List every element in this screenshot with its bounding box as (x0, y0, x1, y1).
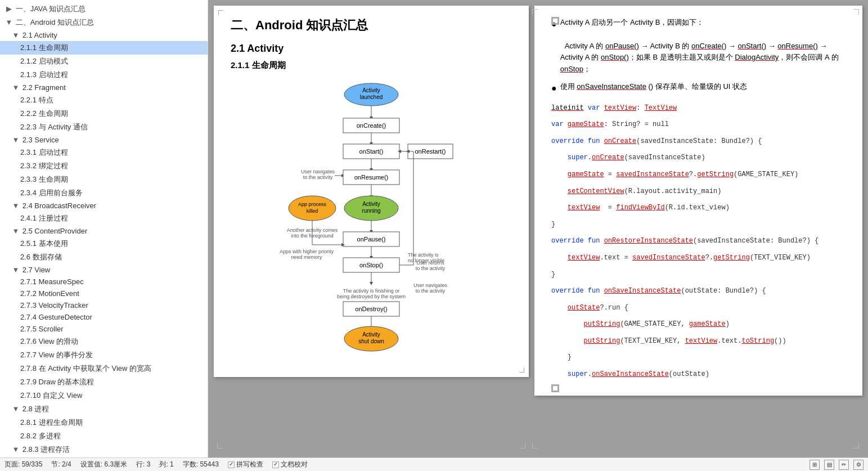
sidebar-item-233[interactable]: 2.3.3 生命周期 (0, 173, 208, 186)
sidebar-label-222: 2.2.2 生命周期 (20, 109, 68, 118)
sidebar-item-23[interactable]: ▼ 2.3 Service (0, 134, 208, 146)
page-left: 二、Android 知识点汇总 2.1 Activity 2.1.1 生命周期 … (214, 6, 529, 377)
sidebar-label-272: 2.7.2 MotionEvent (20, 289, 79, 298)
sidebar-item-282[interactable]: 2.8.2 多进程 (0, 429, 208, 443)
sidebar-item-241[interactable]: 2.4.1 注册过程 (0, 212, 208, 225)
sidebar-label-273: 2.7.3 VelocityTracker (20, 301, 88, 309)
svg-text:onCreate(): onCreate() (357, 122, 386, 129)
sidebar-item-213[interactable]: 2.1.3 启动过程 (0, 68, 208, 82)
sidebar-label-211: 2.1.1 生命周期 (20, 43, 68, 52)
sidebar-item-272[interactable]: 2.7.2 MotionEvent (0, 288, 208, 299)
sidebar-item-281[interactable]: 2.8.1 进程生命周期 (0, 416, 208, 429)
sidebar-item-274[interactable]: 2.7.4 GestureDetector (0, 311, 208, 323)
sidebar-item-java[interactable]: ▶ 一、JAVA 知识点汇总 (0, 2, 208, 16)
page-right: ● Activity A 启动另一个 Activity B，因调如下： Acti… (534, 6, 862, 396)
status-bar: 页面: 59/335 节: 2/4 设置值: 6.3厘米 行: 3 列: 1 字… (0, 457, 868, 471)
doccompare-checkbox[interactable] (272, 461, 279, 468)
svg-text:to the activity: to the activity (416, 288, 446, 294)
status-wordcount: 字数: 55443 (183, 460, 219, 469)
status-right-icons: ⊞ ▤ ✏ ⚙ (809, 460, 863, 470)
sidebar-item-273[interactable]: 2.7.3 VelocityTracker (0, 299, 208, 311)
sidebar-label-279: 2.7.9 Draw 的基本流程 (20, 378, 94, 386)
sidebar-item-android[interactable]: ▼ 二、Android 知识点汇总 (0, 16, 208, 29)
sidebar-label-23: 2.3 Service (23, 136, 59, 144)
status-col: 列: 1 (159, 460, 173, 469)
sidebar-item-26[interactable]: 2.6 数据存储 (0, 250, 208, 264)
svg-text:running: running (362, 208, 380, 214)
svg-text:killed: killed (307, 208, 318, 214)
status-page: 页面: 59/335 (5, 460, 42, 469)
toggle-283[interactable]: ▼ (11, 445, 20, 454)
sidebar-item-234[interactable]: 2.3.4 启用前台服务 (0, 186, 208, 200)
sidebar-label-223: 2.2.3 与 Activity 通信 (20, 123, 88, 131)
sidebar-item-22[interactable]: ▼ 2.2 Fragment (0, 82, 208, 93)
sidebar-item-21[interactable]: ▼ 2.1 Activity (0, 29, 208, 41)
sidebar-label-241: 2.4.1 注册过程 (20, 214, 68, 222)
sidebar-label-28: 2.8 进程 (23, 405, 50, 413)
sidebar-item-283[interactable]: ▼ 2.8.3 进程存活 (0, 443, 208, 456)
sidebar-label-275: 2.7.5 Scroller (20, 325, 64, 333)
sidebar-item-24[interactable]: ▼ 2.4 BroadcastReceiver (0, 200, 208, 212)
bullet-dot-1: ● (551, 17, 557, 75)
svg-text:onDestroy(): onDestroy() (355, 306, 387, 312)
sidebar-label-278: 2.7.8 在 Activity 中获取某个 View 的宽高 (20, 364, 151, 373)
sidebar-item-221[interactable]: 2.2.1 特点 (0, 93, 208, 107)
status-spellcheck: 拼写检查 (236, 460, 263, 469)
sidebar-item-275[interactable]: 2.7.5 Scroller (0, 323, 208, 335)
sidebar-item-276[interactable]: 2.7.6 View 的滑动 (0, 335, 208, 348)
sidebar-item-251[interactable]: 2.5.1 基本使用 (0, 237, 208, 250)
sidebar-label-24: 2.4 BroadcastReceiver (23, 201, 97, 210)
toggle-23[interactable]: ▼ (11, 136, 20, 144)
sidebar-label-271: 2.7.1 MeasureSpec (20, 277, 84, 286)
bullet-2-text: 使用 onSaveInstanceState () 保存菜单、绘量级的 UI 状… (560, 82, 747, 91)
sidebar-label-232: 2.3.2 绑定过程 (20, 162, 68, 170)
toggle-android[interactable]: ▼ (5, 18, 14, 26)
sidebar-item-25[interactable]: ▼ 2.5 ContentProvider (0, 225, 208, 237)
toggle-28[interactable]: ▼ (11, 405, 20, 413)
toggle-24[interactable]: ▼ (11, 201, 20, 210)
sidebar-label-233: 2.3.3 生命周期 (20, 175, 68, 183)
sidebar-item-222[interactable]: 2.2.2 生命周期 (0, 107, 208, 120)
sidebar-label-212: 2.1.2 启动模式 (20, 57, 68, 65)
sidebar-item-212[interactable]: 2.1.2 启动模式 (0, 55, 208, 68)
svg-text:Activity: Activity (362, 331, 380, 338)
svg-text:User navigates: User navigates (413, 282, 448, 288)
section-title: 2.1 Activity (231, 43, 512, 55)
sidebar-label-21: 2.1 Activity (23, 31, 57, 39)
sidebar-item-2710[interactable]: 2.7.10 自定义 View (0, 389, 208, 402)
sidebar-label-277: 2.7.7 View 的事件分发 (20, 351, 93, 359)
sidebar-item-27[interactable]: ▼ 2.7 View (0, 264, 208, 276)
sidebar-label-26: 2.6 数据存储 (20, 253, 62, 261)
sidebar-item-277[interactable]: 2.7.7 View 的事件分发 (0, 348, 208, 362)
settings-icon[interactable]: ⚙ (853, 460, 863, 470)
content-area: 二、Android 知识点汇总 2.1 Activity 2.1.1 生命周期 … (208, 0, 868, 457)
svg-text:onPause(): onPause() (357, 236, 386, 243)
sidebar-label-27: 2.7 View (23, 266, 51, 274)
sidebar-item-28[interactable]: ▼ 2.8 进程 (0, 402, 208, 416)
sidebar-item-232[interactable]: 2.3.2 绑定过程 (0, 159, 208, 173)
sidebar-item-231[interactable]: 2.3.1 启动过程 (0, 146, 208, 159)
toggle-java[interactable]: ▶ (5, 5, 14, 13)
chapter-title: 二、Android 知识点汇总 (231, 17, 512, 34)
svg-text:App process: App process (298, 201, 327, 207)
toggle-22[interactable]: ▼ (11, 83, 20, 92)
sidebar-label-221: 2.2.1 特点 (20, 96, 53, 104)
page-view-icon[interactable]: ▤ (824, 460, 834, 470)
toggle-27[interactable]: ▼ (11, 266, 20, 274)
svg-text:to the activity: to the activity (416, 266, 446, 271)
sidebar-item-278[interactable]: 2.7.8 在 Activity 中获取某个 View 的宽高 (0, 362, 208, 375)
status-section: 节: 2/4 (51, 460, 71, 469)
sidebar-item-279[interactable]: 2.7.9 Draw 的基本流程 (0, 375, 208, 389)
edit-icon[interactable]: ✏ (839, 460, 849, 470)
svg-text:Activity: Activity (362, 87, 380, 93)
sidebar-item-211[interactable]: 2.1.1 生命周期 (0, 41, 208, 55)
sidebar-item-271[interactable]: 2.7.1 MeasureSpec (0, 276, 208, 288)
toggle-21[interactable]: ▼ (11, 31, 20, 39)
svg-text:launched: launched (360, 94, 383, 100)
sidebar-item-223[interactable]: 2.2.3 与 Activity 通信 (0, 120, 208, 134)
spellcheck-checkbox[interactable] (228, 461, 235, 468)
toggle-25[interactable]: ▼ (11, 227, 20, 235)
sidebar-label-231: 2.3.1 启动过程 (20, 148, 68, 156)
bullet-1-detail: Activity A 的 onPause() → Activity B 的 on… (560, 42, 839, 74)
fit-page-icon[interactable]: ⊞ (809, 460, 820, 470)
